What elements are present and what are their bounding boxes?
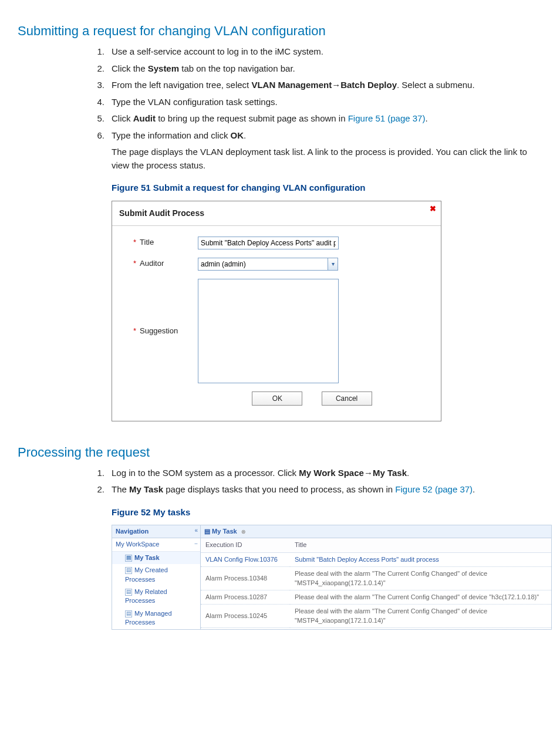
nav-panel: Navigation « My WorkSpace − ▤My Task ▤My… [112, 525, 201, 629]
nav-group-workspace[interactable]: My WorkSpace − [112, 538, 200, 551]
tree-icon: ▤ [125, 589, 132, 596]
dialog-title: Submit Audit Process [112, 201, 441, 226]
auditor-input[interactable] [198, 258, 328, 271]
title-input[interactable] [198, 237, 339, 249]
step-a6-sub: The page displays the VLAN deployment ta… [112, 146, 542, 172]
step-a6: Type the information and click OK. The p… [88, 129, 542, 173]
main-panel: ▤ My Task ⊗ Execution ID Title VLAN Conf… [201, 525, 551, 629]
tab-close-icon[interactable]: ⊗ [241, 529, 246, 535]
label-title: *Title [133, 237, 198, 248]
tree-icon: ▤ [125, 555, 132, 562]
figure52-caption: Figure 52 My tasks [112, 506, 542, 519]
bold-ok: OK [231, 130, 244, 140]
table-row[interactable]: Alarm Process.10245 Please deal with the… [201, 605, 551, 628]
table-row[interactable]: VLAN Config Flow.10376 Submit "Batch Dep… [201, 552, 551, 566]
steps-list-b: Log in to the SOM system as a processor.… [88, 467, 542, 497]
col-title[interactable]: Title [290, 538, 551, 552]
step-a2: Click the System tab on the top navigati… [88, 62, 542, 76]
table-row[interactable]: Alarm Process.10348 Please deal with the… [201, 567, 551, 590]
step-a1-text: Use a self-service account to log in to … [112, 46, 323, 56]
figure51-caption: Figure 51 Submit a request for changing … [112, 181, 542, 195]
step-b1: Log in to the SOM system as a processor.… [88, 467, 542, 480]
bold-batch-deploy: Batch Deploy [340, 80, 397, 90]
bold-my-task: My Task [373, 468, 407, 478]
label-suggestion: *Suggestion [133, 325, 198, 337]
nav-title: Navigation « [112, 525, 200, 538]
step-a1: Use a self-service account to log in to … [88, 45, 542, 59]
tree-icon: ▤ [125, 610, 132, 617]
nav-item-managed[interactable]: ▤My Managed Processes [112, 607, 200, 629]
bold-vlan-management: VLAN Management [251, 80, 332, 90]
nav-item-related[interactable]: ▤My Related Processes [112, 586, 200, 607]
cancel-button[interactable]: Cancel [322, 391, 372, 406]
nav-item-my-task[interactable]: ▤My Task [112, 552, 200, 564]
bold-my-work-space: My Work Space [299, 468, 364, 478]
step-a3: From the left navigation tree, select VL… [88, 79, 542, 92]
table-row[interactable]: Alarm Process.10287 Please deal with the… [201, 590, 551, 604]
step-a5: Click Audit to bring up the request subm… [88, 112, 542, 126]
tree-icon: ▤ [125, 567, 132, 574]
step-b2: The My Task page displays tasks that you… [88, 483, 542, 497]
step-a4: Type the VLAN configuration task setting… [88, 96, 542, 109]
figure51-dialog: ✖ Submit Audit Process *Title *Auditor ▾… [112, 201, 441, 421]
nav-item-created[interactable]: ▤My Created Processes [112, 564, 200, 586]
task-table: Execution ID Title VLAN Config Flow.1037… [201, 538, 551, 628]
collapse-icon[interactable]: « [194, 526, 198, 535]
minus-icon[interactable]: − [194, 540, 198, 548]
dropdown-icon[interactable]: ▾ [328, 258, 338, 271]
col-execution-id[interactable]: Execution ID [201, 538, 290, 552]
label-auditor: *Auditor [133, 258, 198, 269]
bold-audit: Audit [133, 113, 156, 123]
section-heading-submitting: Submitting a request for changing VLAN c… [18, 21, 542, 40]
close-icon[interactable]: ✖ [428, 205, 437, 214]
tree-icon: ▤ [204, 528, 210, 535]
figure52-panel: Navigation « My WorkSpace − ▤My Task ▤My… [112, 525, 552, 630]
ok-button[interactable]: OK [252, 391, 302, 406]
steps-list-a: Use a self-service account to log in to … [88, 45, 542, 172]
bold-my-task-2: My Task [129, 484, 163, 494]
suggestion-textarea[interactable] [198, 279, 339, 383]
section-heading-processing: Processing the request [18, 443, 542, 462]
tab-my-task[interactable]: ▤ My Task ⊗ [201, 525, 551, 538]
link-figure51[interactable]: Figure 51 (page 37) [348, 113, 426, 123]
bold-system: System [148, 63, 179, 73]
link-figure52[interactable]: Figure 52 (page 37) [395, 484, 473, 494]
